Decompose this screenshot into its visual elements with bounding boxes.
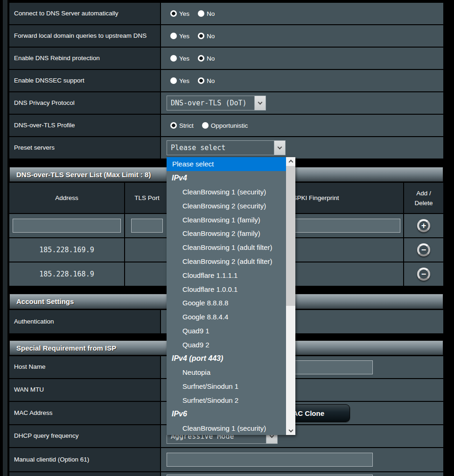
dropdown-item[interactable]: CleanBrowsing 2 (security) xyxy=(167,199,286,213)
dropdown-item-selected[interactable]: Please select xyxy=(167,157,286,171)
col-header-add-delete: Add / Delete xyxy=(404,183,443,213)
radio-no[interactable] xyxy=(198,55,204,62)
delete-button[interactable]: − xyxy=(417,268,430,281)
row-label: Host Name xyxy=(9,356,161,378)
row-label: Manual clientid (Option 61) xyxy=(9,448,161,471)
row-label: DNS-over-TLS Profile xyxy=(9,115,161,136)
dropdown-item[interactable]: CleanBrowsing 1 (adult filter) xyxy=(167,241,286,255)
row-preset-servers: Preset servers Please select xyxy=(9,137,443,159)
server-tls-port xyxy=(125,262,170,286)
row-dot-profile: DNS-over-TLS Profile Strict Opportunisti… xyxy=(9,115,443,136)
section-title: DNS-over-TLS Server List (Max Limit : 8) xyxy=(16,171,151,179)
row-label: Forward local domain queries to upstream… xyxy=(9,25,161,47)
select-value: DNS-over-TLS (DoT) xyxy=(167,96,254,110)
scroll-up-icon[interactable] xyxy=(286,157,295,166)
manual-clientid-input[interactable] xyxy=(167,453,373,467)
address-input[interactable] xyxy=(13,219,121,233)
preset-servers-dropdown-list: Please select IPv4 CleanBrowsing 1 (secu… xyxy=(167,157,295,435)
left-border-strip xyxy=(3,0,7,476)
router-dns-settings-page: Connect to DNS Server automatically Yes … xyxy=(0,0,454,476)
radio-yes-label: Yes xyxy=(179,77,189,84)
col-header-tls-port: TLS Port xyxy=(125,183,170,213)
dropdown-group-header: IPv4 xyxy=(167,171,286,185)
radio-no-label: No xyxy=(207,55,215,62)
dropdown-item[interactable]: Google 8.8.4.4 xyxy=(167,310,286,324)
dns-privacy-protocol-select[interactable]: DNS-over-TLS (DoT) xyxy=(167,96,266,110)
chevron-down-icon[interactable] xyxy=(254,96,265,110)
radio-yes[interactable] xyxy=(170,55,177,62)
section-title: Account Settings xyxy=(16,297,74,305)
server-address: 185.228.169.9 xyxy=(9,238,125,262)
preset-servers-select[interactable]: Please select xyxy=(167,140,286,155)
section-title: Special Requirement from ISP xyxy=(16,344,116,352)
chevron-down-icon[interactable] xyxy=(274,141,285,155)
row-connect-dns-auto: Connect to DNS Server automatically Yes … xyxy=(9,3,443,24)
radio-yes-label: Yes xyxy=(179,33,189,40)
radio-yes[interactable] xyxy=(170,10,177,17)
row-dnssec-support: Enable DNSSEC support Yes No xyxy=(9,70,443,91)
row-label: WAN MTU xyxy=(9,379,161,401)
radio-yes-label: Yes xyxy=(179,55,189,62)
row-dns-rebind-protection: Enable DNS Rebind protection Yes No xyxy=(9,48,443,69)
scroll-down-icon[interactable] xyxy=(286,427,295,435)
row-forward-local-queries: Forward local domain queries to upstream… xyxy=(9,25,443,47)
dropdown-item[interactable]: CleanBrowsing 2 (adult filter) xyxy=(167,255,286,269)
dropdown-group-header: IPv4 (port 443) xyxy=(167,352,286,366)
row-label: Connect to DNS Server automatically xyxy=(9,3,161,24)
delete-button[interactable]: − xyxy=(417,243,430,256)
scrollbar-thumb[interactable] xyxy=(286,166,295,306)
select-value: Please select xyxy=(167,141,274,155)
dropdown-item[interactable]: CleanBrowsing 1 (security) xyxy=(167,421,286,435)
row-label: MAC Address xyxy=(9,402,161,424)
dropdown-item[interactable]: Surfnet/Sinodun 1 xyxy=(167,379,286,393)
row-dns-privacy-protocol: DNS Privacy Protocol DNS-over-TLS (DoT) xyxy=(9,92,443,114)
radio-strict-label: Strict xyxy=(179,122,194,129)
dropdown-item[interactable]: Cloudflare 1.0.0.1 xyxy=(167,282,286,296)
server-address: 185.228.168.9 xyxy=(9,262,125,286)
radio-yes[interactable] xyxy=(170,77,177,84)
dropdown-item[interactable]: Neutopia xyxy=(167,366,286,379)
row-label: DHCP query frequency xyxy=(9,425,161,447)
dropdown-item[interactable]: Cloudflare 1.1.1.1 xyxy=(167,268,286,282)
dropdown-options: Please select IPv4 CleanBrowsing 1 (secu… xyxy=(167,157,286,435)
radio-no[interactable] xyxy=(198,10,204,17)
radio-yes[interactable] xyxy=(170,33,177,39)
radio-no-label: No xyxy=(207,77,215,84)
dropdown-item[interactable]: CleanBrowsing 2 (family) xyxy=(167,227,286,241)
radio-strict[interactable] xyxy=(170,122,177,129)
add-button[interactable]: + xyxy=(417,219,430,232)
radio-no-label: No xyxy=(207,10,215,17)
row-label: Authentication xyxy=(9,310,161,333)
row-label: Preset servers xyxy=(9,137,161,159)
dns-settings-table: Connect to DNS Server automatically Yes … xyxy=(9,3,443,159)
dropdown-item[interactable]: Google 8.8.8.8 xyxy=(167,296,286,310)
dropdown-item[interactable]: CleanBrowsing 1 (security) xyxy=(167,185,286,199)
col-header-address: Address xyxy=(9,183,125,213)
row-partial-bottom xyxy=(9,472,443,476)
dropdown-item[interactable]: Quad9 2 xyxy=(167,338,286,352)
dropdown-group-header: IPv6 xyxy=(167,407,286,421)
tls-port-input[interactable] xyxy=(131,219,163,233)
row-label: Enable DNSSEC support xyxy=(9,70,161,91)
radio-opportunistic[interactable] xyxy=(202,122,209,129)
dropdown-item[interactable]: CleanBrowsing 1 (family) xyxy=(167,213,286,227)
dropdown-item[interactable]: Quad9 1 xyxy=(167,324,286,338)
radio-no[interactable] xyxy=(198,33,204,39)
row-manual-clientid: Manual clientid (Option 61) xyxy=(9,448,443,471)
dropdown-scrollbar[interactable] xyxy=(286,157,295,435)
radio-opportunistic-label: Opportunistic xyxy=(211,122,248,129)
row-label xyxy=(9,472,161,476)
radio-no-label: No xyxy=(207,33,215,40)
radio-yes-label: Yes xyxy=(179,10,189,17)
radio-no[interactable] xyxy=(198,77,204,84)
server-tls-port xyxy=(125,238,170,262)
row-label: DNS Privacy Protocol xyxy=(9,92,161,114)
row-label: Enable DNS Rebind protection xyxy=(9,48,161,69)
dropdown-item[interactable]: Surfnet/Sinodun 2 xyxy=(167,393,286,407)
